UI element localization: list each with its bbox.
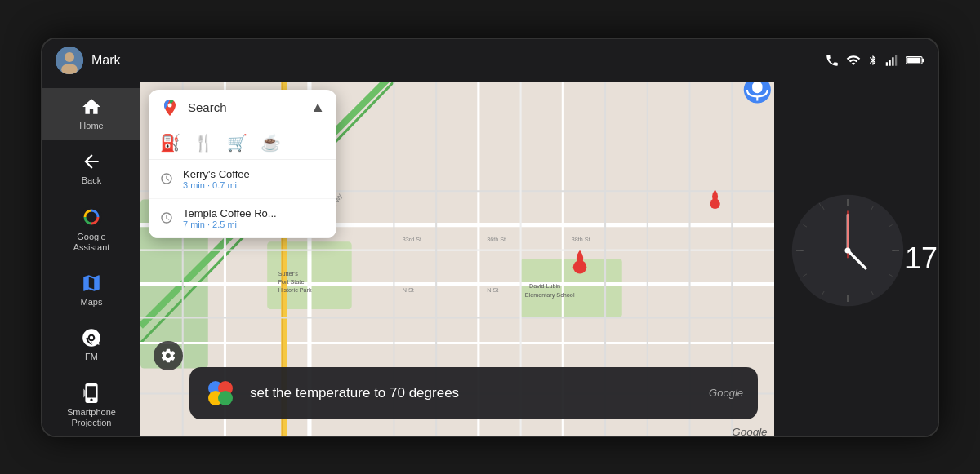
sidebar-label-back: Back [82,175,101,186]
svg-text:Google: Google [732,426,767,436]
search-text: Search [188,100,302,114]
search-result-1[interactable]: Templa Coffee Ro... 7 min · 2.5 mi [149,199,336,238]
user-name: Mark [91,53,817,68]
projection-icon [81,383,102,404]
svg-text:38th St: 38th St [572,236,590,243]
result-name-0: Kerry's Coffee [183,168,250,180]
settings-button[interactable] [154,341,183,370]
analog-clock [791,193,905,308]
screen: Mark Home Back [41,38,939,437]
svg-text:33rd St: 33rd St [403,236,421,243]
result-info-1: Templa Coffee Ro... 7 min · 2.5 mi [183,207,277,229]
status-icons [825,53,924,68]
avatar [56,47,83,74]
status-bar: Mark [42,39,938,82]
assistant-icon [80,206,103,228]
svg-rect-9 [907,57,920,63]
svg-text:Elementary School: Elementary School [525,290,575,298]
right-panel: 17 [774,82,938,436]
sidebar-item-google-assistant[interactable]: Google Assistant [42,197,140,261]
svg-rect-3 [886,62,888,66]
sidebar-item-home[interactable]: Home [42,88,140,140]
sidebar-label-home: Home [79,121,103,131]
category-fuel-icon[interactable]: ⛽ [160,133,180,153]
clock-icon-0 [160,172,173,185]
result-name-1: Templa Coffee Ro... [183,207,277,219]
search-header: Search ▲ [149,90,336,126]
sidebar-label-projection: Smartphone Projection [67,407,116,428]
sidebar-label-maps: Maps [81,297,103,308]
svg-text:N St: N St [403,286,414,294]
sidebar-label-assistant: Google Assistant [74,232,110,253]
wifi-icon [846,53,861,68]
sidebar: Home Back Google Assistant [42,82,140,436]
sidebar-item-back[interactable]: Back [42,143,140,194]
sidebar-item-maps[interactable]: Maps [42,264,140,316]
svg-text:N St: N St [487,286,498,294]
maps-icon [81,272,102,294]
svg-rect-42 [752,82,762,93]
back-icon [81,151,102,172]
svg-text:36th St: 36th St [487,236,506,243]
sidebar-label-fm: FM [85,352,98,362]
wifi-calling-icon [825,53,840,68]
svg-point-11 [90,336,93,339]
svg-point-58 [168,103,172,107]
svg-text:Fort State: Fort State [278,278,305,286]
svg-rect-8 [922,58,924,61]
clock-icon-1 [160,211,173,224]
clock-hour-display: 17 [905,241,938,276]
result-detail-0: 3 min · 0.7 mi [183,180,250,190]
search-categories: ⛽ 🍴 🛒 ☕ [149,126,336,160]
search-result-0[interactable]: Kerry's Coffee 3 min · 0.7 mi [149,160,336,199]
result-detail-1: 7 min · 2.5 mi [183,219,277,229]
sidebar-item-fm[interactable]: FM [42,319,140,370]
assistant-command-text: set the temperature to 70 degrees [250,385,696,401]
svg-point-62 [218,391,233,405]
category-coffee-icon[interactable]: ☕ [261,133,281,153]
settings-icon [160,348,176,364]
google-watermark: Google [709,387,743,399]
main-content: Home Back Google Assistant [42,82,938,436]
map-area: Capital City Fwy 33rd St 36th St 38th St… [140,82,774,436]
svg-rect-5 [892,57,893,66]
search-collapse-icon[interactable]: ▲ [310,99,325,116]
svg-text:Sutter's: Sutter's [278,269,299,277]
result-info-0: Kerry's Coffee 3 min · 0.7 mi [183,168,250,190]
sidebar-item-smartphone-projection[interactable]: Smartphone Projection [42,374,140,436]
google-maps-logo [160,98,180,117]
svg-point-82 [845,247,851,253]
assistant-dots-logo [204,377,237,410]
category-shopping-icon[interactable]: 🛒 [227,133,247,153]
svg-rect-4 [889,60,891,66]
home-icon [81,96,102,117]
svg-text:Historic Park: Historic Park [278,286,312,294]
signal-icon [885,53,900,68]
svg-rect-6 [895,55,897,66]
search-card: Search ▲ ⛽ 🍴 🛒 ☕ Kerry's Coffee 3 min · … [149,90,336,238]
svg-text:David Lubin: David Lubin [529,282,560,290]
battery-icon [906,55,924,65]
bluetooth-icon [867,53,879,68]
fm-icon [81,327,102,348]
clock-container: 17 [791,193,921,324]
category-food-icon[interactable]: 🍴 [194,133,214,153]
assistant-banner: set the temperature to 70 degrees Google [189,367,758,419]
svg-point-1 [65,52,74,62]
